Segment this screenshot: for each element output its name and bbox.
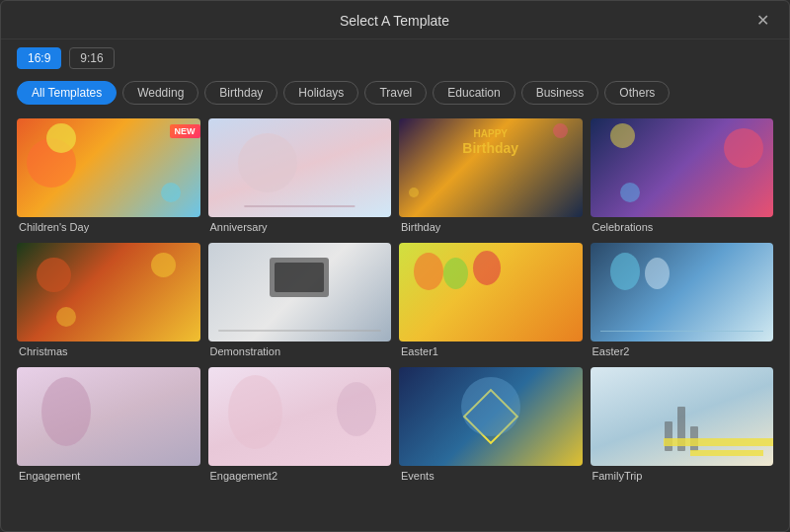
template-label-demonstration: Demonstration xyxy=(208,342,392,359)
yellow-bar2-decoration xyxy=(690,450,763,456)
template-label-birthday: Birthday xyxy=(399,217,583,235)
template-thumbnail-childrens-day[interactable]: NEW xyxy=(17,118,200,217)
template-grid-container: NEW Children's Day Anniversary HA xyxy=(1,114,789,531)
template-label-events: Events xyxy=(399,466,583,484)
template-label-easter1: Easter1 xyxy=(399,342,583,359)
template-thumbnail-easter2[interactable] xyxy=(591,243,774,342)
template-label-engagement2: Engagement2 xyxy=(208,466,392,484)
list-item[interactable]: Easter2 xyxy=(591,243,774,359)
template-thumbnail-christmas[interactable] xyxy=(17,243,200,342)
list-item[interactable]: NEW Children's Day xyxy=(17,118,200,235)
list-item[interactable]: HAPPY Birthday Birthday xyxy=(399,118,583,235)
template-thumbnail-celebrations[interactable] xyxy=(591,118,774,217)
template-label-childrens-day: Children's Day xyxy=(17,217,200,235)
template-label-christmas: Christmas xyxy=(17,342,200,359)
template-thumbnail-easter1[interactable] xyxy=(399,243,583,342)
filter-bar: All Templates Wedding Birthday Holidays … xyxy=(1,77,789,114)
filter-wedding[interactable]: Wedding xyxy=(122,81,198,105)
list-item[interactable]: Easter1 xyxy=(399,243,583,359)
template-thumbnail-engagement2[interactable] xyxy=(208,367,392,466)
filter-holidays[interactable]: Holidays xyxy=(283,81,358,105)
list-item[interactable]: Events xyxy=(399,367,583,484)
new-badge: NEW xyxy=(170,124,200,138)
modal-header: Select A Template ✕ xyxy=(1,1,789,39)
filter-all-templates[interactable]: All Templates xyxy=(17,81,117,105)
template-label-celebrations: Celebrations xyxy=(591,217,774,235)
select-template-modal: Select A Template ✕ 16:9 9:16 All Templa… xyxy=(0,0,790,532)
list-item[interactable]: Engagement2 xyxy=(208,367,392,484)
template-thumbnail-familytrip[interactable] xyxy=(591,367,774,466)
template-thumbnail-engagement[interactable] xyxy=(17,367,200,466)
list-item[interactable]: Celebrations xyxy=(591,118,774,235)
template-label-easter2: Easter2 xyxy=(591,342,774,359)
modal-title: Select A Template xyxy=(37,13,752,29)
ratio-16-9-button[interactable]: 16:9 xyxy=(17,47,61,69)
filter-business[interactable]: Business xyxy=(521,81,599,105)
close-button[interactable]: ✕ xyxy=(752,11,773,31)
template-thumbnail-events[interactable] xyxy=(399,367,583,466)
filter-birthday[interactable]: Birthday xyxy=(204,81,277,105)
list-item[interactable]: Demonstration xyxy=(208,243,392,359)
filter-travel[interactable]: Travel xyxy=(364,81,427,105)
template-thumbnail-anniversary[interactable] xyxy=(208,118,392,217)
list-item[interactable]: FamilyTrip xyxy=(591,367,774,484)
list-item[interactable]: Anniversary xyxy=(208,118,392,235)
ratio-9-16-button[interactable]: 9:16 xyxy=(69,47,114,69)
template-label-engagement: Engagement xyxy=(17,466,200,484)
list-item[interactable]: Engagement xyxy=(17,367,200,484)
template-thumbnail-demonstration[interactable] xyxy=(208,243,392,342)
ratio-bar: 16:9 9:16 xyxy=(1,39,789,77)
filter-others[interactable]: Others xyxy=(604,81,670,105)
filter-education[interactable]: Education xyxy=(433,81,514,105)
template-label-familytrip: FamilyTrip xyxy=(591,466,774,484)
list-item[interactable]: Christmas xyxy=(17,243,200,359)
template-grid: NEW Children's Day Anniversary HA xyxy=(17,118,773,484)
yellow-bar-decoration xyxy=(664,438,773,446)
template-label-anniversary: Anniversary xyxy=(208,217,392,235)
template-thumbnail-birthday[interactable]: HAPPY Birthday xyxy=(399,118,583,217)
